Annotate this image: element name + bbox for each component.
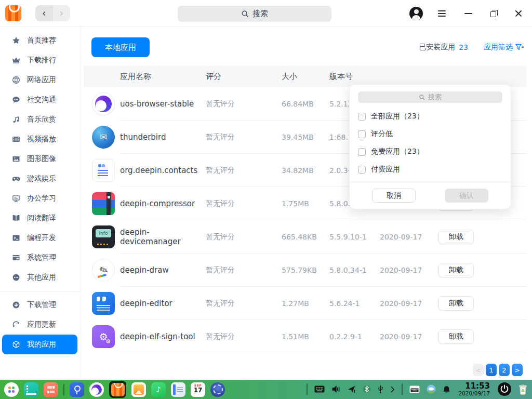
page-button-1[interactable]: 1 <box>486 364 497 376</box>
sidebar-item-social[interactable]: 社交沟通 <box>2 90 77 110</box>
restore-icon <box>490 11 496 17</box>
sidebar-item-system[interactable]: 系统管理 <box>2 248 77 268</box>
filter-search-input[interactable]: 搜索 <box>358 91 502 103</box>
sidebar-item-video[interactable]: 视频播放 <box>2 129 77 149</box>
uninstall-button[interactable]: 卸载 <box>438 230 474 244</box>
trash-button[interactable] <box>518 384 528 395</box>
cancel-button[interactable]: 取消 <box>372 189 416 203</box>
forward-button[interactable]: › <box>53 5 71 21</box>
network-icon[interactable] <box>348 385 356 393</box>
sidebar-item-music[interactable]: 音乐欣赏 <box>2 110 77 129</box>
filter-option[interactable]: 评分低 <box>358 125 502 143</box>
sidebar-item-dev[interactable]: 编程开发 <box>2 228 77 248</box>
sidebar-divider <box>0 291 80 291</box>
cube-icon <box>12 340 20 349</box>
uninstall-button[interactable]: 卸载 <box>438 329 474 344</box>
taskbar-defender-icon[interactable] <box>70 382 84 397</box>
checkbox[interactable] <box>358 166 366 174</box>
checkbox[interactable] <box>358 148 366 156</box>
web-icon <box>12 76 20 84</box>
taskbar-music-app-icon[interactable] <box>151 382 166 397</box>
installed-apps-label: 已安装应用 <box>419 43 455 52</box>
system-icon <box>12 254 20 262</box>
sidebar-management: 下载管理 应用更新 我的应用 <box>0 295 80 354</box>
maximize-button[interactable] <box>484 0 502 27</box>
onboard-icon[interactable] <box>409 385 420 393</box>
filter-popup-footer: 取消 确认 <box>350 182 511 209</box>
back-button[interactable]: ‹ <box>35 5 53 21</box>
chevron-right-icon[interactable] <box>390 385 395 393</box>
sidebar-item-rank[interactable]: 下载排行 <box>2 50 77 70</box>
taskbar-browser-icon[interactable] <box>89 382 104 397</box>
sidebar-item-web[interactable]: 网络应用 <box>2 70 77 90</box>
table-row[interactable]: deepin-draw 暂无评分 575.79KB 5.8.0.34-1 202… <box>84 254 527 287</box>
sidebar-item-games[interactable]: 游戏娱乐 <box>2 169 77 189</box>
app-filter-button[interactable]: 应用筛选 <box>484 43 524 52</box>
uos-browser-app-icon <box>92 92 115 115</box>
usb-icon[interactable] <box>378 385 383 394</box>
taskbar-calendar-icon[interactable]: SEP17 <box>191 382 205 397</box>
local-apps-button[interactable]: 本地应用 <box>91 37 150 57</box>
taskbar-clock[interactable]: 11:53 2020/09/17 <box>458 382 490 396</box>
code-icon <box>12 234 20 242</box>
power-button[interactable] <box>498 382 511 396</box>
table-row[interactable]: deepin-editor 暂无评分 1.27MB 5.6.24-1 2020-… <box>84 287 527 320</box>
filter-option[interactable]: 全部应用（23） <box>358 108 502 125</box>
taskbar-multitask-icon[interactable] <box>44 382 58 397</box>
table-row[interactable]: deepin-devicemanager 暂无评分 665.48KB 5.5.9… <box>84 220 527 254</box>
table-row[interactable]: deepin-elf-sign-tool 暂无评分 1.51MB 0.2.2.9… <box>84 320 527 353</box>
clock-time: 11:53 <box>458 382 490 391</box>
music-icon <box>12 115 20 124</box>
page-button-2[interactable]: 2 <box>499 364 510 376</box>
keyboard-icon[interactable] <box>314 385 325 393</box>
close-button[interactable] <box>509 0 528 27</box>
hamburger-icon <box>438 10 446 17</box>
compressor-app-icon <box>92 192 115 215</box>
header-version: 版本号 <box>329 72 380 82</box>
taskbar-store-icon[interactable] <box>111 383 125 396</box>
bluetooth-icon[interactable] <box>363 385 371 393</box>
sidebar-item-reading[interactable]: 阅读翻译 <box>2 208 77 228</box>
taskbar-launcher-icon[interactable] <box>4 382 19 397</box>
user-avatar[interactable] <box>409 7 423 20</box>
weather-icon[interactable] <box>427 384 436 394</box>
header-rating: 评分 <box>206 72 282 82</box>
prev-page-button[interactable]: < <box>473 364 484 376</box>
minimize-button[interactable] <box>459 0 477 27</box>
taskbar-control-center-icon[interactable] <box>210 382 225 397</box>
taskbar-active-app[interactable] <box>109 381 126 398</box>
sidebar-item-updates[interactable]: 应用更新 <box>2 315 77 335</box>
taskbar-photos-icon[interactable] <box>131 382 146 397</box>
toolbar: 本地应用 已安装应用 23 应用筛选 <box>91 37 524 57</box>
filter-option[interactable]: 付费应用 <box>358 161 502 178</box>
sidebar-item-myapps[interactable]: 我的应用 <box>2 335 77 354</box>
next-page-button[interactable]: > <box>512 364 523 376</box>
uninstall-button[interactable]: 卸载 <box>438 296 474 311</box>
sidebar-item-office[interactable]: 办公学习 <box>2 189 77 208</box>
sidebar-item-downloads[interactable]: 下载管理 <box>2 295 77 315</box>
book-icon <box>12 214 20 222</box>
filter-search-placeholder: 搜索 <box>428 92 442 102</box>
checkbox[interactable] <box>358 113 366 121</box>
calendar-day: 17 <box>191 387 205 394</box>
sidebar-item-others[interactable]: 其他应用 <box>2 268 77 287</box>
bell-icon[interactable] <box>443 385 450 393</box>
titlebar: ‹ › 搜索 <box>0 0 532 27</box>
search-icon <box>419 94 425 100</box>
checkbox[interactable] <box>358 130 366 138</box>
sidebar-item-graphics[interactable]: 图形图像 <box>2 149 77 169</box>
taskbar-files-icon[interactable] <box>24 382 38 397</box>
search-input[interactable]: 搜索 <box>178 6 331 22</box>
pagination: < 12 > <box>473 364 523 376</box>
menu-button[interactable] <box>432 0 451 27</box>
board-icon <box>12 194 20 203</box>
taskbar-docs-icon[interactable] <box>171 382 185 397</box>
contacts-app-icon <box>92 159 115 182</box>
power-icon <box>498 382 511 396</box>
confirm-button[interactable]: 确认 <box>445 189 488 203</box>
uninstall-button[interactable]: 卸载 <box>438 263 474 277</box>
installed-apps-summary: 已安装应用 23 <box>419 43 468 52</box>
filter-option[interactable]: 免费应用（23） <box>358 143 502 161</box>
volume-icon[interactable] <box>331 385 341 393</box>
sidebar-item-home[interactable]: 首页推荐 <box>2 31 77 50</box>
